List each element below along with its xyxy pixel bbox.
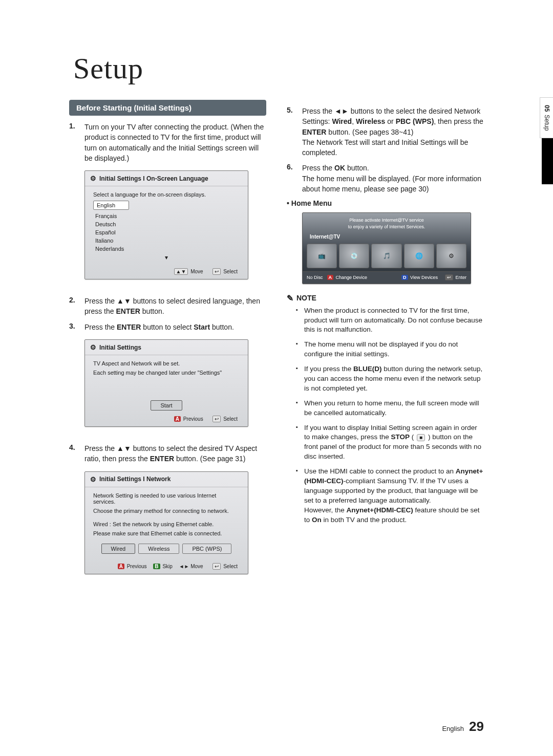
ui-line: Each setting may be changed later under … — [93, 370, 240, 376]
step-text: Press the ◄► buttons to the select the d… — [302, 106, 484, 158]
step-text: Turn on your TV after connecting the pro… — [84, 122, 266, 163]
home-banner-line: Please activate Internet@TV service — [307, 217, 466, 223]
ui-line: Please make sure that Ethernet cable is … — [93, 530, 240, 536]
ui-title: Initial Settings I Network — [99, 476, 171, 483]
thumb-index-marker — [542, 138, 553, 184]
step-number: 2. — [69, 296, 84, 317]
step-number: 4. — [69, 443, 84, 464]
note-item: When you return to home menu, the full s… — [296, 399, 484, 423]
caret-down-icon: ▾ — [93, 253, 240, 263]
previous-label: Previous — [183, 416, 203, 422]
select-label: Select — [223, 416, 238, 422]
language-item: Español — [93, 228, 240, 236]
a-key-icon: A — [174, 416, 181, 422]
page-title: Setup — [73, 51, 484, 85]
section-heading: Before Starting (Initial Settings) — [69, 100, 266, 116]
step-text: Press the ENTER button to select Start b… — [84, 322, 266, 332]
step-number: 3. — [69, 322, 84, 332]
home-label: Internet@TV — [303, 232, 471, 242]
ui-line: TV Aspect and Network will be set. — [93, 360, 240, 366]
ui-title: Initial Settings I On-Screen Language — [99, 175, 208, 182]
gear-icon: ⚙ — [90, 175, 96, 182]
network-option-button: Wired — [101, 544, 136, 554]
chapter-number: 05 — [543, 105, 550, 112]
home-tile: 📺 — [307, 244, 337, 268]
home-tile: 🎵 — [371, 244, 401, 268]
move-key-icon: ▲▼ — [174, 268, 188, 275]
language-item: Nederlands — [93, 245, 240, 253]
note-item: Use the HDMI cable to connect the produc… — [296, 467, 484, 530]
ui-line: Choose the primary method for connecting… — [93, 508, 240, 514]
side-tab: 05 Setup — [540, 97, 553, 138]
home-banner-line: to enjoy a variety of Internet Services. — [307, 224, 466, 230]
gear-icon: ⚙ — [90, 343, 96, 351]
start-button: Start — [151, 400, 182, 411]
d-key-icon: D — [401, 275, 408, 280]
select-label: Select — [223, 269, 238, 274]
language-item: Italiano — [93, 236, 240, 245]
previous-label: Previous — [127, 564, 147, 569]
enter-key-icon: ↩ — [212, 563, 221, 570]
step-text: Press the ▲▼ buttons to select desired l… — [84, 296, 266, 317]
a-key-icon: A — [327, 275, 334, 280]
skip-label: Skip — [162, 564, 172, 569]
move-key-icon: ◄► — [179, 564, 189, 569]
language-item: Deutsch — [93, 220, 240, 228]
home-menu-box: Please activate Internet@TV service to e… — [302, 212, 471, 284]
home-tile: 🌐 — [404, 244, 434, 268]
ui-title: Initial Settings — [99, 344, 141, 351]
ui-language-box: ⚙Initial Settings I On-Screen Language S… — [84, 170, 248, 279]
footer-language: English — [442, 725, 464, 732]
view-devices-label: View Devices — [410, 275, 438, 280]
gear-icon: ⚙ — [90, 476, 96, 483]
enter-label: Enter — [455, 275, 466, 280]
ui-network-box: ⚙Initial Settings I Network Network Sett… — [84, 471, 248, 574]
note-item: If you press the BLUE(D) button during t… — [296, 364, 484, 399]
ui-line: Network Setting is needed to use various… — [93, 492, 240, 505]
note-item: If you want to display Initial Setting s… — [296, 423, 484, 467]
b-key-icon: B — [153, 564, 160, 569]
home-tile: 💿 — [339, 244, 369, 268]
network-option-button: Wireless — [138, 544, 179, 554]
note-item: When the product is connected to TV for … — [296, 306, 484, 340]
enter-key-icon: ↩ — [445, 274, 453, 280]
move-label: Move — [190, 564, 203, 569]
enter-key-icon: ↩ — [212, 268, 221, 275]
note-icon: ✎ — [287, 293, 293, 303]
step-number: 6. — [287, 163, 302, 194]
nodisc-label: No Disc — [307, 275, 323, 280]
ui-line: Wired : Set the network by using Etherne… — [93, 521, 240, 527]
home-tile: ⚙ — [436, 244, 466, 268]
enter-key-icon: ↩ — [212, 416, 221, 422]
a-key-icon: A — [118, 564, 124, 569]
home-menu-heading: • Home Menu — [287, 199, 484, 207]
step-number: 5. — [287, 106, 302, 158]
step-text: Press the OK button.The home menu will b… — [302, 163, 484, 194]
select-label: Select — [223, 564, 238, 569]
step-text: Press the ▲▼ buttons to select the desir… — [84, 443, 266, 464]
change-device-label: Change Device — [336, 275, 368, 280]
ui-start-box: ⚙Initial Settings TV Aspect and Network … — [84, 339, 248, 427]
note-heading: NOTE — [296, 294, 316, 302]
network-option-button: PBC (WPS) — [182, 544, 231, 554]
language-selected: English — [93, 201, 129, 210]
page-number: 29 — [469, 719, 484, 735]
ui-prompt: Select a language for the on-screen disp… — [93, 191, 240, 198]
chapter-label: Setup — [543, 115, 550, 131]
step-number: 1. — [69, 122, 84, 163]
move-label: Move — [190, 269, 203, 274]
language-item: Français — [93, 212, 240, 220]
note-item: The home menu will not be displayed if y… — [296, 340, 484, 364]
